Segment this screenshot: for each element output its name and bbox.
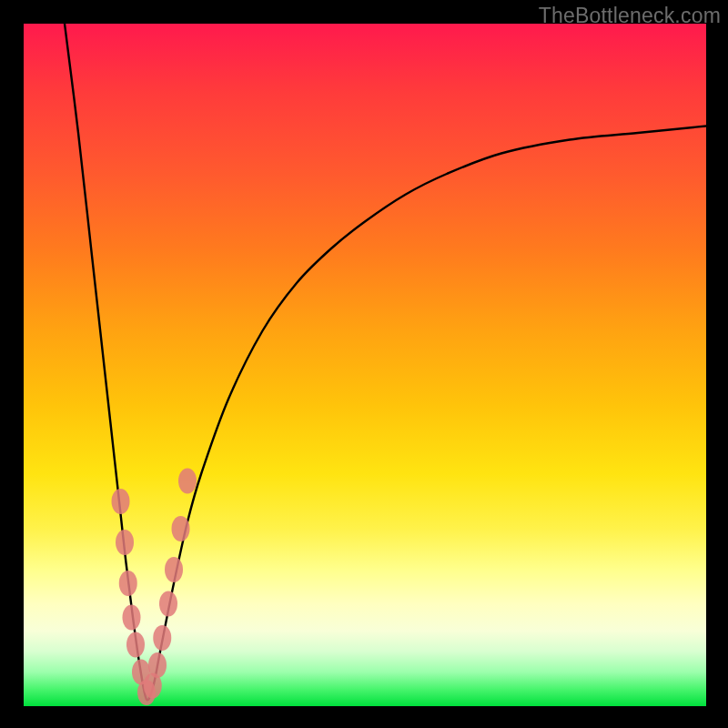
bead-marker [116, 530, 134, 555]
bead-marker [172, 516, 190, 541]
bead-marker [178, 469, 197, 494]
watermark-text: TheBottleneck.com [539, 4, 721, 28]
curve-svg [24, 24, 706, 706]
bead-marker [153, 625, 171, 651]
bead-marker [112, 489, 130, 514]
plot-area [24, 24, 706, 706]
bead-marker [126, 632, 145, 658]
bead-marker [137, 680, 156, 705]
bead-marker [165, 557, 183, 582]
bottleneck-curve [65, 24, 706, 700]
bead-marker [123, 605, 141, 631]
bead-marker [144, 673, 162, 699]
bead-marker [119, 571, 137, 596]
bead-marker [148, 652, 167, 678]
chart-frame: TheBottleneck.com [0, 0, 728, 728]
bead-group [112, 469, 197, 706]
bead-marker [132, 660, 150, 685]
bead-marker [159, 592, 177, 617]
